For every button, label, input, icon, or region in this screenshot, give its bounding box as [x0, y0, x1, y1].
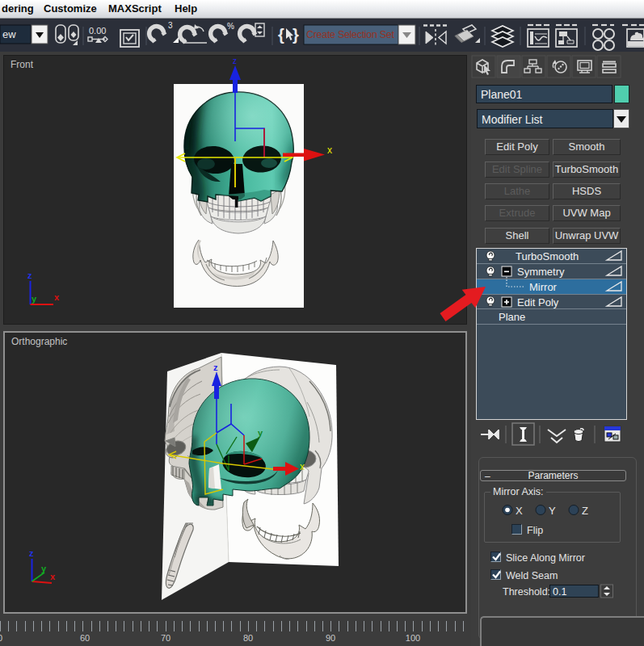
svg-text:y: y — [41, 564, 47, 573]
svg-text:}: } — [293, 26, 299, 44]
svg-text:x: x — [300, 461, 305, 472]
svg-text:z: z — [29, 548, 34, 558]
svg-text:z: z — [233, 57, 237, 65]
svg-text:{: { — [278, 26, 284, 44]
svg-text:ew: ew — [2, 28, 16, 40]
svg-text:x: x — [54, 292, 60, 302]
svg-text:%: % — [227, 22, 234, 31]
svg-text:z: z — [27, 271, 32, 280]
svg-text:x: x — [50, 572, 56, 581]
svg-text:x: x — [327, 145, 332, 156]
svg-text:z: z — [213, 363, 218, 372]
svg-text:Create Selection Set: Create Selection Set — [306, 29, 394, 40]
svg-text:0.00: 0.00 — [89, 26, 106, 36]
svg-text:y: y — [258, 428, 263, 438]
svg-text:y: y — [32, 294, 37, 304]
svg-text:3: 3 — [168, 21, 173, 30]
